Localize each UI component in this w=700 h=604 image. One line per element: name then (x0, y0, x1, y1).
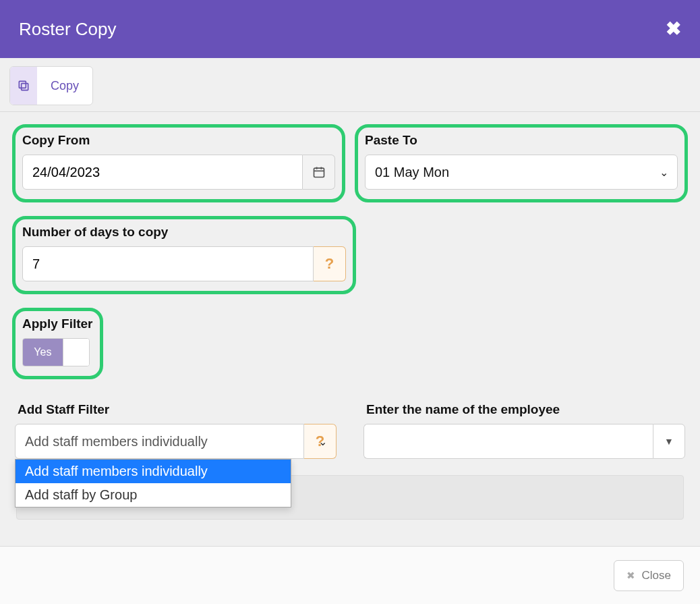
close-button-label: Close (642, 569, 671, 582)
employee-dropdown-toggle[interactable]: ▼ (653, 424, 685, 459)
form-content: Copy From (0, 112, 700, 520)
svg-rect-1 (19, 81, 26, 88)
help-icon[interactable]: ? (304, 424, 337, 459)
copy-from-label: Copy From (22, 133, 335, 148)
staff-filter-select[interactable]: Add staff members individually ⌄ (15, 424, 304, 459)
close-icon[interactable]: ✖ (666, 20, 681, 38)
modal-title: Roster Copy (19, 19, 117, 40)
copy-from-input[interactable] (22, 155, 303, 190)
staff-filter-option[interactable]: Add staff members individually (16, 460, 291, 483)
apply-filter-group: Apply Filter Yes (12, 308, 103, 379)
apply-filter-toggle[interactable]: Yes (22, 338, 90, 366)
copy-icon (10, 67, 37, 105)
svg-rect-0 (22, 84, 28, 90)
tab-copy-label: Copy (37, 79, 92, 93)
paste-to-select[interactable]: 01 May Mon ⌄ (365, 155, 678, 190)
paste-to-label: Paste To (365, 133, 678, 148)
toggle-on-label: Yes (23, 339, 63, 366)
modal-footer: ✖ Close (0, 546, 700, 604)
close-button[interactable]: ✖ Close (614, 560, 684, 591)
tab-strip: Copy (0, 58, 700, 112)
staff-filter-label: Add Staff Filter (15, 402, 337, 417)
staff-filter-option[interactable]: Add staff by Group (16, 483, 291, 507)
paste-to-value: 01 May Mon (365, 155, 678, 190)
help-icon[interactable]: ? (314, 246, 346, 281)
staff-filter-value: Add staff members individually (25, 434, 208, 449)
staff-filter-dropdown: Add staff members individually Add staff… (15, 459, 291, 507)
caret-down-icon: ▼ (664, 436, 674, 447)
toggle-knob (63, 339, 89, 366)
employee-label: Enter the name of the employee (363, 402, 685, 417)
copy-from-group: Copy From (12, 124, 345, 202)
calendar-icon[interactable] (303, 155, 335, 190)
employee-input[interactable] (363, 424, 653, 459)
days-input[interactable] (22, 246, 314, 281)
days-group: Number of days to copy ? (12, 216, 356, 294)
svg-rect-2 (314, 168, 324, 177)
apply-filter-label: Apply Filter (22, 317, 93, 331)
tab-copy[interactable]: Copy (9, 66, 93, 105)
modal-header: Roster Copy ✖ (0, 0, 700, 58)
paste-to-group: Paste To 01 May Mon ⌄ (355, 124, 688, 202)
days-label: Number of days to copy (22, 225, 346, 240)
close-icon: ✖ (626, 570, 635, 582)
